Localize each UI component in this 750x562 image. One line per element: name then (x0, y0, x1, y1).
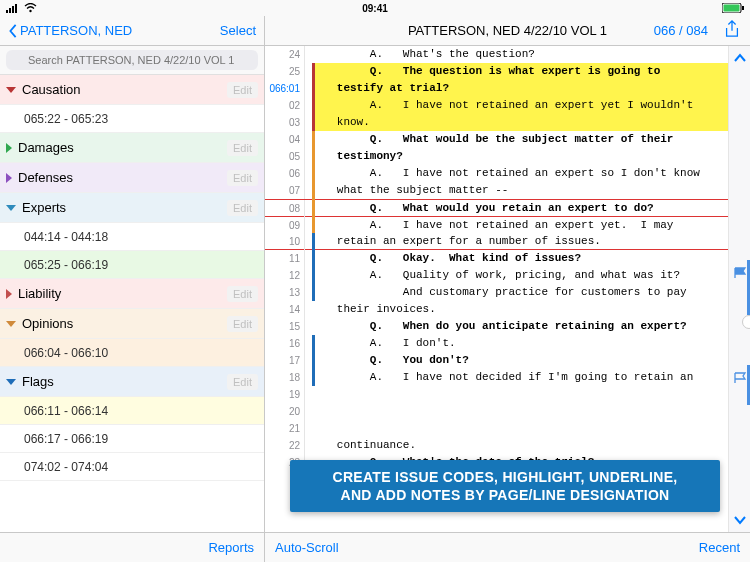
transcript-line[interactable]: 09 A. I have not retained an expert yet.… (265, 216, 728, 233)
transcript-line[interactable]: 11 Q. Okay. What kind of issues? (265, 250, 728, 267)
category-flags[interactable]: FlagsEdit (0, 367, 264, 397)
transcript-line[interactable]: 05 testimony? (265, 148, 728, 165)
chevron-right-icon (6, 143, 12, 153)
transcript-line[interactable]: 21 (265, 420, 728, 437)
scroll-knob[interactable] (742, 315, 750, 329)
transcript-line[interactable]: 16 A. I don't. (265, 335, 728, 352)
line-number: 12 (265, 267, 305, 284)
line-number: 02 (265, 97, 305, 114)
transcript-line[interactable]: 03 know. (265, 114, 728, 131)
transcript-line[interactable]: 22 continuance. (265, 437, 728, 454)
transcript-line[interactable]: 04 Q. What would be the subject matter o… (265, 131, 728, 148)
chevron-right-icon (6, 289, 12, 299)
svg-rect-0 (6, 10, 8, 13)
transcript-line[interactable]: 25 Q. The question is what expert is goi… (265, 63, 728, 80)
status-bar: 09:41 (0, 0, 750, 16)
line-number: 16 (265, 335, 305, 352)
transcript-line[interactable]: 08 Q. What would you retain an expert to… (265, 199, 728, 216)
range-item[interactable]: 044:14 - 044:18 (0, 223, 264, 251)
line-number: 21 (265, 420, 305, 437)
line-text: Q. Okay. What kind of issues? (313, 250, 728, 267)
category-causation[interactable]: CausationEdit (0, 75, 264, 105)
transcript-line[interactable]: 10 retain an expert for a number of issu… (265, 233, 728, 250)
reports-button[interactable]: Reports (0, 533, 265, 562)
scroll-up-button[interactable] (729, 46, 750, 70)
category-liability[interactable]: LiabilityEdit (0, 279, 264, 309)
line-number: 24 (265, 46, 305, 63)
search-input[interactable] (6, 50, 258, 70)
line-text: A. What's the question? (313, 46, 728, 63)
line-text: Q. When do you anticipate retaining an e… (313, 318, 728, 335)
line-text: A. I have not retained an expert so I do… (313, 165, 728, 182)
scroll-down-button[interactable] (729, 508, 750, 532)
range-item[interactable]: 074:02 - 074:04 (0, 453, 264, 481)
promo-banner: CREATE ISSUE CODES, HIGHLIGHT, UNDERLINE… (290, 460, 720, 512)
flag-icon[interactable] (734, 370, 748, 388)
svg-rect-3 (15, 4, 17, 13)
share-icon (724, 20, 740, 38)
transcript-line[interactable]: 13 And customary practice for customers … (265, 284, 728, 301)
transcript-line[interactable]: 14 their invoices. (265, 301, 728, 318)
transcript-line[interactable]: 17 Q. You don't? (265, 352, 728, 369)
recent-button[interactable]: Recent (699, 540, 740, 555)
transcript-line[interactable]: 12 A. Quality of work, pricing, and what… (265, 267, 728, 284)
transcript-line[interactable]: 07 what the subject matter -- (265, 182, 728, 199)
line-text: A. I have not decided if I'm going to re… (313, 369, 728, 386)
line-text: A. Quality of work, pricing, and what wa… (313, 267, 728, 284)
category-opinions[interactable]: OpinionsEdit (0, 309, 264, 339)
line-number: 18 (265, 369, 305, 386)
issue-bar (312, 233, 315, 301)
transcript-line[interactable]: 19 (265, 386, 728, 403)
line-text: what the subject matter -- (313, 182, 728, 199)
page-counter: 066 / 084 (654, 23, 708, 38)
range-item[interactable]: 066:11 - 066:14 (0, 397, 264, 425)
edit-button[interactable]: Edit (227, 140, 258, 156)
svg-rect-6 (724, 5, 740, 12)
chevron-down-icon (6, 87, 16, 93)
transcript-line[interactable]: 02 A. I have not retained an expert yet … (265, 97, 728, 114)
transcript-line[interactable]: 18 A. I have not decided if I'm going to… (265, 369, 728, 386)
line-number: 03 (265, 114, 305, 131)
category-defenses[interactable]: DefensesEdit (0, 163, 264, 193)
range-item[interactable]: 066:17 - 066:19 (0, 425, 264, 453)
autoscroll-button[interactable]: Auto-Scroll (275, 540, 339, 555)
category-label: Damages (18, 140, 227, 155)
transcript-line[interactable]: 066:01 testify at trial? (265, 80, 728, 97)
transcript-line[interactable]: 06 A. I have not retained an expert so I… (265, 165, 728, 182)
wifi-icon (24, 3, 37, 13)
back-button[interactable]: PATTERSON, NED (8, 23, 132, 38)
chevron-down-icon (6, 321, 16, 327)
range-item[interactable]: 065:25 - 066:19 (0, 251, 264, 279)
line-text: A. I have not retained an expert yet I w… (313, 97, 728, 114)
edit-button[interactable]: Edit (227, 170, 258, 186)
line-text: A. I don't. (313, 335, 728, 352)
flag-icon[interactable] (734, 265, 748, 283)
category-label: Causation (22, 82, 227, 97)
battery-icon (722, 3, 744, 13)
edit-button[interactable]: Edit (227, 374, 258, 390)
category-label: Defenses (18, 170, 227, 185)
chevron-left-icon (8, 24, 18, 38)
edit-button[interactable]: Edit (227, 316, 258, 332)
category-label: Flags (22, 374, 227, 389)
line-text: Q. You don't? (313, 352, 728, 369)
banner-line2: AND ADD NOTES BY PAGE/LINE DESIGNATION (300, 486, 710, 504)
svg-rect-1 (9, 8, 11, 13)
share-button[interactable] (724, 20, 740, 42)
range-item[interactable]: 066:04 - 066:10 (0, 339, 264, 367)
transcript-line[interactable]: 20 (265, 403, 728, 420)
category-damages[interactable]: DamagesEdit (0, 133, 264, 163)
transcript-line[interactable]: 15 Q. When do you anticipate retaining a… (265, 318, 728, 335)
edit-button[interactable]: Edit (227, 82, 258, 98)
category-label: Experts (22, 200, 227, 215)
line-number: 17 (265, 352, 305, 369)
edit-button[interactable]: Edit (227, 200, 258, 216)
range-item[interactable]: 065:22 - 065:23 (0, 105, 264, 133)
edit-button[interactable]: Edit (227, 286, 258, 302)
transcript-line[interactable]: 24 A. What's the question? (265, 46, 728, 63)
issue-bar (312, 63, 315, 131)
line-number: 07 (265, 182, 305, 199)
signal-icon (6, 3, 20, 13)
select-button[interactable]: Select (220, 23, 256, 38)
category-experts[interactable]: ExpertsEdit (0, 193, 264, 223)
